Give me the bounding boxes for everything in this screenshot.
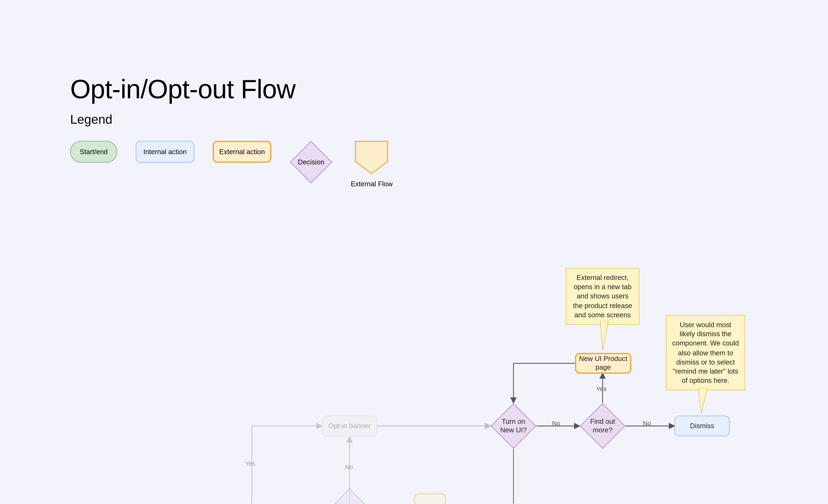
node-find-out-more: Find out more? [580, 403, 625, 449]
diagram-canvas: Opt-in/Opt-out Flow Legend Start/end Int… [0, 0, 828, 504]
note-dismiss: User would most likely dismiss the compo… [666, 315, 745, 390]
flowchart: Opt-in banner Turn on New UI? Find out m… [0, 0, 828, 504]
edge-label-no-banner: No [345, 463, 353, 470]
edge-label-yes-findout: Yes [596, 385, 607, 392]
node-optin-banner: Opt-in banner [322, 416, 377, 436]
edge-label-yes-left: Yes [245, 460, 255, 467]
note-dismiss-tail [696, 388, 712, 416]
node-external-partial [414, 493, 446, 504]
edge-label-no-turn-on: No [552, 420, 560, 426]
node-new-ui-partial: New UI [331, 489, 368, 504]
node-dismiss: Dismiss [674, 416, 730, 436]
note-redirect-tail [593, 321, 610, 353]
edge-label-no-findout: No [643, 420, 651, 426]
node-turn-on-new-ui: Turn on New UI? [491, 403, 536, 449]
node-new-ui-product-page: New UI Product page [575, 353, 631, 374]
note-external-redirect: External redirect, opens in a new tab an… [566, 268, 639, 325]
